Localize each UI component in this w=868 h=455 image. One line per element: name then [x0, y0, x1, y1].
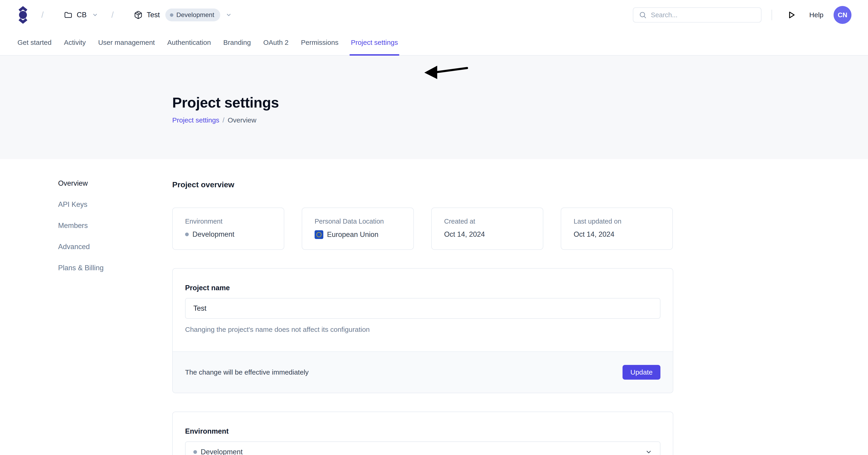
status-dot-icon	[170, 13, 174, 17]
search-box[interactable]	[633, 7, 762, 23]
project-name: Test	[147, 11, 160, 19]
sidebar-item-members[interactable]: Members	[58, 222, 127, 230]
environment-select[interactable]: Development	[185, 442, 660, 455]
project-name-helper: Changing the project's name does not aff…	[185, 325, 660, 334]
page-title: Project settings	[172, 94, 868, 111]
org-name: CB	[77, 11, 87, 19]
card-environment: Environment Development	[172, 207, 284, 250]
project-name-panel: Project name Changing the project's name…	[172, 268, 673, 393]
settings-sidebar: Overview API Keys Members Advanced Plans…	[58, 179, 127, 285]
breadcrumb: Project settings / Overview	[172, 116, 868, 124]
breadcrumb-parent-link[interactable]: Project settings	[172, 116, 219, 124]
card-last-updated: Last updated on Oct 14, 2024	[561, 207, 673, 250]
card-value: Oct 14, 2024	[444, 230, 530, 238]
chevron-down-icon	[645, 449, 652, 455]
breadcrumb-current: Overview	[227, 116, 256, 124]
card-value: European Union	[315, 230, 401, 239]
folder-icon	[64, 10, 72, 19]
environment-badge: Development	[165, 8, 220, 21]
page-header: Project settings Project settings / Over…	[0, 56, 868, 159]
project-name-label: Project name	[185, 284, 660, 292]
card-value-text: Oct 14, 2024	[574, 230, 615, 238]
package-icon	[134, 10, 143, 19]
search-input[interactable]	[651, 11, 755, 19]
tab-user-management[interactable]: User management	[98, 30, 155, 55]
environment-label: Environment	[185, 427, 660, 435]
sidebar-item-api-keys[interactable]: API Keys	[58, 200, 127, 209]
tab-permissions[interactable]: Permissions	[301, 30, 339, 55]
card-label: Personal Data Location	[315, 218, 401, 225]
card-value: Oct 14, 2024	[574, 230, 660, 238]
corbado-logo-icon[interactable]	[18, 5, 28, 24]
status-dot-icon	[193, 450, 197, 454]
help-button[interactable]: Help	[809, 11, 824, 19]
status-dot-icon	[185, 232, 189, 236]
card-value-text: Development	[192, 230, 235, 238]
play-icon[interactable]	[787, 10, 796, 20]
overview-cards: Environment Development Personal Data Lo…	[172, 207, 673, 250]
chevron-down-icon	[226, 12, 232, 18]
card-label: Last updated on	[574, 218, 660, 225]
breadcrumb-separator: /	[222, 116, 224, 124]
project-name-panel-footer: The change will be effective immediately…	[173, 351, 673, 393]
tab-activity[interactable]: Activity	[64, 30, 86, 55]
card-label: Created at	[444, 218, 530, 225]
sidebar-item-overview[interactable]: Overview	[58, 179, 127, 188]
divider	[772, 10, 772, 20]
sidebar-item-plans-billing[interactable]: Plans & Billing	[58, 264, 127, 272]
topbar-actions: Help CN	[633, 6, 851, 24]
card-value-text: Oct 14, 2024	[444, 230, 485, 238]
card-value-text: European Union	[327, 230, 378, 239]
search-icon	[639, 11, 647, 19]
tab-authentication[interactable]: Authentication	[167, 30, 211, 55]
sidebar-item-advanced[interactable]: Advanced	[58, 243, 127, 251]
eu-flag-icon	[315, 230, 323, 239]
card-created-at: Created at Oct 14, 2024	[431, 207, 543, 250]
environment-panel: Environment Development	[172, 411, 673, 455]
card-data-location: Personal Data Location European Union	[302, 207, 414, 250]
project-switcher[interactable]: Test Development	[134, 8, 232, 21]
breadcrumb-separator: /	[112, 10, 114, 20]
tab-branding[interactable]: Branding	[223, 30, 251, 55]
main-nav-tabs: Get started Activity User management Aut…	[0, 30, 868, 56]
project-name-panel-body: Project name Changing the project's name…	[173, 268, 673, 351]
tab-oauth2[interactable]: OAuth 2	[263, 30, 288, 55]
tab-get-started[interactable]: Get started	[18, 30, 52, 55]
main-panel: Project overview Environment Development…	[172, 159, 673, 455]
topbar: / CB / Test Development	[0, 0, 868, 30]
content-area: Overview API Keys Members Advanced Plans…	[0, 159, 868, 455]
project-name-input[interactable]	[185, 298, 660, 319]
update-button[interactable]: Update	[622, 365, 660, 380]
footer-note: The change will be effective immediately	[185, 368, 309, 376]
environment-select-value: Development	[201, 448, 243, 455]
breadcrumb-separator: /	[41, 10, 43, 20]
avatar[interactable]: CN	[834, 6, 851, 24]
environment-panel-body: Environment Development	[173, 412, 673, 455]
tab-project-settings[interactable]: Project settings	[351, 30, 398, 55]
environment-badge-label: Development	[176, 11, 214, 19]
card-value: Development	[185, 230, 272, 238]
chevron-down-icon	[92, 12, 98, 18]
card-label: Environment	[185, 218, 272, 225]
section-title: Project overview	[172, 180, 673, 189]
org-switcher[interactable]: CB	[64, 10, 98, 19]
